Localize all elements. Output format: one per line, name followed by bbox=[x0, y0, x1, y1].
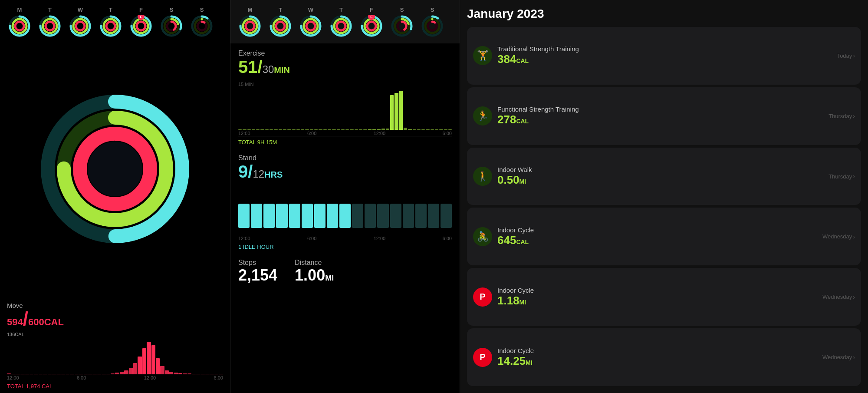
ex-bar-21 bbox=[332, 129, 335, 130]
ex-bar-13 bbox=[296, 129, 300, 130]
stand-bar-12 bbox=[390, 204, 401, 228]
ex-bar-23 bbox=[341, 129, 345, 130]
activity-name-indoor-cycle-peloton-2: Indoor Cycle bbox=[497, 347, 817, 354]
ex-bar-33 bbox=[386, 129, 389, 130]
ex-bar-3 bbox=[252, 129, 255, 130]
ex-bar-1 bbox=[243, 129, 246, 130]
svg-point-5 bbox=[15, 22, 24, 30]
stand-current: 9 bbox=[238, 162, 248, 181]
svg-point-29 bbox=[137, 22, 145, 30]
activity-name-indoor-cycle-1: Indoor Cycle bbox=[497, 226, 817, 234]
svg-point-65 bbox=[276, 22, 285, 30]
activity-card-indoor-walk[interactable]: 🚶Indoor Walk0.50MIThursday › bbox=[467, 148, 861, 205]
week-strip-left: MTWTFFSS bbox=[0, 0, 230, 43]
stand-bar-4 bbox=[289, 204, 300, 228]
ex-bar-28 bbox=[363, 129, 367, 130]
steps-value: 2,154 bbox=[238, 267, 277, 284]
move-bar-32 bbox=[151, 345, 155, 375]
ex-bar-43 bbox=[431, 129, 434, 130]
activity-metric-indoor-cycle-peloton-2: 14.25MI bbox=[497, 354, 817, 368]
activity-card-indoor-cycle-1[interactable]: 🚴Indoor Cycle645CALWednesday › bbox=[467, 208, 861, 265]
move-chart: 136CAL 12:00 6:00 12:00 6:00 bbox=[0, 330, 230, 382]
stand-bar-10 bbox=[365, 204, 376, 228]
ex-bar-25 bbox=[350, 129, 353, 130]
move-bar-10 bbox=[52, 374, 56, 374]
ex-bar-9 bbox=[279, 129, 282, 130]
ex-time-labels: 12:00 6:00 12:00 6:00 bbox=[238, 131, 452, 136]
stand-bars bbox=[238, 198, 452, 233]
stand-bar-15 bbox=[428, 204, 439, 228]
move-bar-37 bbox=[174, 373, 178, 374]
activity-card-trad-strength[interactable]: 🏋️Traditional Strength Training384CALTod… bbox=[467, 27, 861, 85]
move-bar-0 bbox=[7, 373, 11, 374]
ex-bar-35 bbox=[395, 93, 398, 130]
ex-bar-22 bbox=[337, 129, 340, 130]
chart-cal-label: 136CAL bbox=[7, 332, 24, 337]
ex-bar-0 bbox=[238, 129, 242, 130]
stand-bar-6 bbox=[314, 204, 326, 228]
day-col-mid-4: FF bbox=[357, 7, 386, 37]
steps-block: Steps 2,154 bbox=[238, 259, 277, 284]
move-bar-1 bbox=[11, 374, 15, 375]
activity-when-indoor-cycle-peloton-2: Wednesday › bbox=[822, 354, 855, 361]
stand-bar-3 bbox=[276, 204, 287, 228]
move-bar-31 bbox=[147, 342, 151, 374]
move-bar-43 bbox=[201, 374, 205, 375]
activity-icon-indoor-cycle-peloton-1: P bbox=[473, 287, 492, 307]
exercise-current: 51 bbox=[238, 57, 258, 76]
week-strip-mid: MTWTFFSS bbox=[230, 0, 460, 43]
activity-card-indoor-cycle-peloton-1[interactable]: PIndoor Cycle1.18MIWednesday › bbox=[467, 268, 861, 326]
ex-dotted-line bbox=[238, 107, 452, 107]
move-bar-6 bbox=[34, 374, 38, 374]
move-bar-45 bbox=[210, 374, 214, 375]
move-bar-39 bbox=[183, 373, 187, 374]
chart-time-labels: 12:00 6:00 12:00 6:00 bbox=[7, 375, 223, 380]
stand-idle-label: 1 IDLE HOUR bbox=[230, 243, 460, 253]
activity-when-indoor-walk: Thursday › bbox=[829, 173, 855, 180]
activity-card-func-strength[interactable]: 🏃Functional Strength Training278CALThurs… bbox=[467, 87, 861, 145]
ex-bar-14 bbox=[301, 129, 304, 130]
day-col-left-1: T bbox=[36, 7, 64, 37]
distance-label: Distance bbox=[295, 259, 334, 267]
move-bar-17 bbox=[84, 374, 88, 374]
svg-point-11 bbox=[46, 22, 54, 30]
stand-bar-1 bbox=[251, 204, 262, 228]
activity-card-indoor-cycle-peloton-2[interactable]: PIndoor Cycle14.25MIWednesday › bbox=[467, 328, 861, 386]
svg-point-59 bbox=[246, 22, 254, 30]
move-bar-30 bbox=[142, 348, 146, 374]
svg-point-71 bbox=[306, 22, 315, 30]
svg-point-77 bbox=[337, 22, 345, 30]
svg-point-83 bbox=[367, 22, 376, 30]
stand-section: Stand 9/12HRS bbox=[230, 148, 460, 183]
stand-target: 12 bbox=[253, 168, 264, 180]
stand-label: Stand bbox=[238, 154, 452, 162]
ex-chart-label: 15 MIN bbox=[238, 82, 253, 87]
steps-distance: Steps 2,154 Distance 1.00MI bbox=[230, 253, 460, 287]
move-bar-4 bbox=[25, 374, 29, 374]
ex-bar-36 bbox=[399, 91, 403, 130]
stand-bar-5 bbox=[302, 204, 313, 228]
day-col-left-0: M bbox=[5, 7, 34, 37]
stand-bar-11 bbox=[377, 204, 388, 228]
stand-bar-7 bbox=[327, 204, 338, 228]
day-col-left-4: FF bbox=[127, 7, 155, 37]
stand-bar-8 bbox=[339, 204, 351, 228]
ex-bar-45 bbox=[439, 129, 443, 130]
exercise-label: Exercise bbox=[238, 50, 452, 57]
move-unit: CAL bbox=[44, 317, 64, 327]
move-bar-38 bbox=[178, 373, 182, 374]
ex-bar-24 bbox=[345, 129, 349, 130]
move-bar-34 bbox=[160, 366, 164, 374]
ex-bar-10 bbox=[283, 129, 286, 130]
ex-bar-19 bbox=[323, 129, 327, 130]
ex-bar-11 bbox=[287, 129, 291, 130]
svg-point-23 bbox=[106, 22, 115, 30]
activity-name-func-strength: Functional Strength Training bbox=[497, 106, 823, 113]
chevron-icon-func-strength: › bbox=[853, 112, 855, 119]
move-stats: Move 594/600CAL bbox=[0, 298, 230, 330]
day-col-left-6: S bbox=[187, 7, 216, 37]
day-col-left-3: T bbox=[96, 7, 125, 37]
svg-text:F: F bbox=[370, 15, 373, 19]
activity-info-indoor-cycle-peloton-1: Indoor Cycle1.18MI bbox=[497, 287, 817, 307]
ex-bar-17 bbox=[314, 129, 318, 130]
